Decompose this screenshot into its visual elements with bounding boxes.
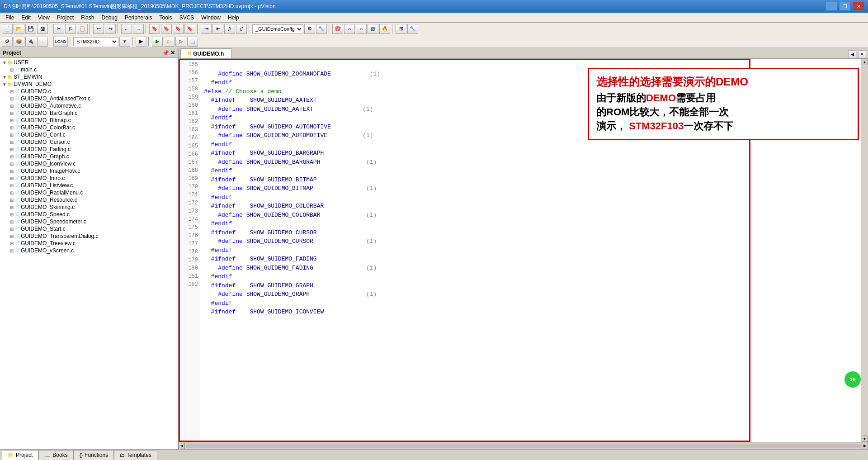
expander-skinning[interactable]: ⊞	[9, 205, 14, 210]
tree-file-listview[interactable]: ⊞ 📄 GUIDEMO_Listview.c	[0, 182, 178, 189]
tree-file-skinning[interactable]: ⊞ 📄 GUIDEMO_Skinning.c	[0, 204, 178, 211]
save-btn[interactable]: 💾	[25, 24, 36, 34]
tb2-run4[interactable]: ▷	[175, 37, 186, 47]
h-scroll-track[interactable]	[186, 444, 861, 448]
expander-graph[interactable]: ⊞	[9, 154, 14, 159]
expander-iconview[interactable]: ⊞	[9, 161, 14, 166]
tab-books[interactable]: 📖 Books	[38, 450, 73, 460]
build-btn[interactable]: 🔧	[316, 24, 327, 34]
comment-btn[interactable]: //	[224, 24, 235, 34]
cut-btn[interactable]: ✂	[53, 24, 64, 34]
redo-btn[interactable]: ↪	[105, 24, 116, 34]
config-btn[interactable]: ⚙	[304, 24, 315, 34]
bookmark2-btn[interactable]: 🔖	[161, 24, 172, 34]
tree-file-treeview[interactable]: ⊞ 📄 GUIDEMO_Treeview.c	[0, 240, 178, 247]
tab-templates[interactable]: 🗂 Templates	[114, 450, 157, 460]
open-btn[interactable]: 📂	[14, 24, 24, 34]
indent-btn[interactable]: ⇥	[201, 24, 212, 34]
undo-btn[interactable]: ↩	[93, 24, 104, 34]
close-button[interactable]: ✕	[853, 2, 864, 11]
scroll-up-btn[interactable]: ▲	[862, 59, 868, 65]
menu-window[interactable]: Window	[198, 14, 224, 22]
fire-btn[interactable]: 🔥	[379, 24, 390, 34]
tree-file-colorbar[interactable]: ⊞ 📄 GUIDEMO_ColorBar.c	[0, 124, 178, 131]
menu-tools[interactable]: Tools	[156, 14, 176, 22]
tab-functions[interactable]: {} Functions	[74, 450, 114, 460]
nav-fwd-btn[interactable]: →	[133, 24, 144, 34]
tree-file-cursor[interactable]: ⊞ 📄 GUIDEMO_Cursor.c	[0, 138, 178, 146]
tree-file-vscreen[interactable]: ⊞ 📄 GUIDEMO_vScreen.c	[0, 247, 178, 254]
tb2-run5[interactable]: ⬚	[187, 37, 198, 47]
expander-guidemo[interactable]: ⊞	[9, 89, 14, 94]
tree-file-radialmenu[interactable]: ⊞ 📄 GUIDEMO_RadialMenu.c	[0, 189, 178, 196]
expander-imageflow[interactable]: ⊞	[9, 169, 14, 174]
bookmark-btn[interactable]: 🔖	[149, 24, 160, 34]
project-pin[interactable]: 📌 ✕	[162, 50, 175, 56]
tb2-btn3[interactable]: 🔌	[25, 37, 36, 47]
expander-colorbar[interactable]: ⊞	[9, 125, 14, 130]
paste-btn[interactable]: 📋	[77, 24, 88, 34]
h-scroll-left-btn[interactable]: ◀	[179, 443, 185, 449]
bookmark3-btn[interactable]: 🔖	[173, 24, 184, 34]
target-btn[interactable]: 🎯	[332, 24, 343, 34]
menu-help[interactable]: Help	[224, 14, 243, 22]
bottom-scrollbar[interactable]: ◀ ▶	[179, 442, 868, 449]
maximize-button[interactable]: ❐	[839, 2, 851, 11]
tree-file-speed[interactable]: ⊞ 📄 GUIDEMO_Speed.c	[0, 211, 178, 218]
expander-user[interactable]: ▼	[2, 60, 7, 65]
right-scrollbar[interactable]: ▲ ▼	[861, 59, 868, 442]
tb2-btn4[interactable]: ·	[37, 37, 48, 47]
tree-item-emwindemo[interactable]: ▼ 📁 EMWIN_DEMO	[0, 81, 178, 88]
tree-file-bitmap[interactable]: ⊞ 📄 GUIDEMO_Bitmap.c	[0, 117, 178, 124]
tree-file-resource[interactable]: ⊞ 📄 GUIDEMO_Resource.c	[0, 196, 178, 204]
tree-item-user[interactable]: ▼ 📁 USER	[0, 59, 178, 66]
save-all-btn[interactable]: 🖫	[37, 24, 48, 34]
expander-bargraph[interactable]: ⊞	[9, 111, 14, 116]
menu-project[interactable]: Project	[53, 14, 77, 22]
tree-file-start[interactable]: ⊞ 📄 GUIDEMO_Start.c	[0, 225, 178, 232]
outdent-btn[interactable]: ⇤	[212, 24, 223, 34]
new-btn[interactable]: 📄	[2, 24, 13, 34]
expander-transparentdialog[interactable]: ⊞	[9, 234, 14, 239]
uncomment-btn[interactable]: //	[236, 24, 247, 34]
load-icon[interactable]: LOAD	[53, 37, 68, 47]
editor-close-btn[interactable]: ✕	[858, 50, 866, 58]
tree-file-iconview[interactable]: ⊞ 📄 GUIDEMO_IconView.c	[0, 160, 178, 167]
tree-file-automotive[interactable]: ⊞ 📄 GUIDEMO_Automotive.c	[0, 102, 178, 109]
target-dropdown-2[interactable]: STM32HD	[73, 37, 118, 46]
tab-project[interactable]: 📁 Project	[2, 450, 38, 460]
expander-fading[interactable]: ⊞	[9, 147, 14, 152]
expander-vscreen[interactable]: ⊞	[9, 248, 14, 253]
menu-peripherals[interactable]: Peripherals	[121, 14, 156, 22]
expander-intro[interactable]: ⊞	[9, 176, 14, 181]
h-scroll-right-btn[interactable]: ▶	[862, 443, 868, 449]
expander-stemwin[interactable]: ▼	[2, 75, 7, 80]
expander-bitmap[interactable]: ⊞	[9, 118, 14, 123]
tb2-btn5[interactable]: ▾	[119, 37, 130, 47]
menu-flash[interactable]: Flash	[77, 14, 98, 22]
circle2-btn[interactable]: ○	[356, 24, 367, 34]
copy-btn[interactable]: ⎘	[65, 24, 76, 34]
menu-edit[interactable]: Edit	[18, 14, 34, 22]
scroll-down-btn[interactable]: ▼	[862, 436, 868, 442]
expander-automotive[interactable]: ⊞	[9, 104, 14, 109]
menu-file[interactable]: File	[2, 14, 18, 22]
menu-debug[interactable]: Debug	[98, 14, 121, 22]
tree-file-guidemo[interactable]: ⊞ 📄 GUIDEMO.c	[0, 88, 178, 95]
tree-file-graph[interactable]: ⊞ 📄 GUIDEMO_Graph.c	[0, 153, 178, 160]
tab-guidemo-h[interactable]: H GUIDEMO.h	[180, 48, 231, 58]
tree-file-speedometer[interactable]: ⊞ 📄 GUIDEMO_Speedometer.c	[0, 218, 178, 225]
tree-file-fading[interactable]: ⊞ 📄 GUIDEMO_Fading.c	[0, 146, 178, 153]
tree-file-antialiased[interactable]: ⊞ 📄 GUIDEMO_AntialiasedText.c	[0, 95, 178, 102]
tb2-run1[interactable]: ▶	[136, 37, 146, 47]
expander-resource[interactable]: ⊞	[9, 198, 14, 203]
expander-speed[interactable]: ⊞	[9, 212, 14, 217]
circle1-btn[interactable]: ○	[344, 24, 355, 34]
expander-antialiased[interactable]: ⊞	[9, 96, 14, 101]
expander-treeview[interactable]: ⊞	[9, 241, 14, 246]
tree-file-transparentdialog[interactable]: ⊞ 📄 GUIDEMO_TransparentDialog.c	[0, 232, 178, 240]
tree-item-main[interactable]: ⊞ 📄 main.c	[0, 66, 178, 73]
tree-file-conf[interactable]: ⊞ 📄 GUIDEMO_Conf.c	[0, 131, 178, 138]
menu-svcs[interactable]: SVCS	[176, 14, 198, 22]
expander-conf[interactable]: ⊞	[9, 133, 14, 138]
